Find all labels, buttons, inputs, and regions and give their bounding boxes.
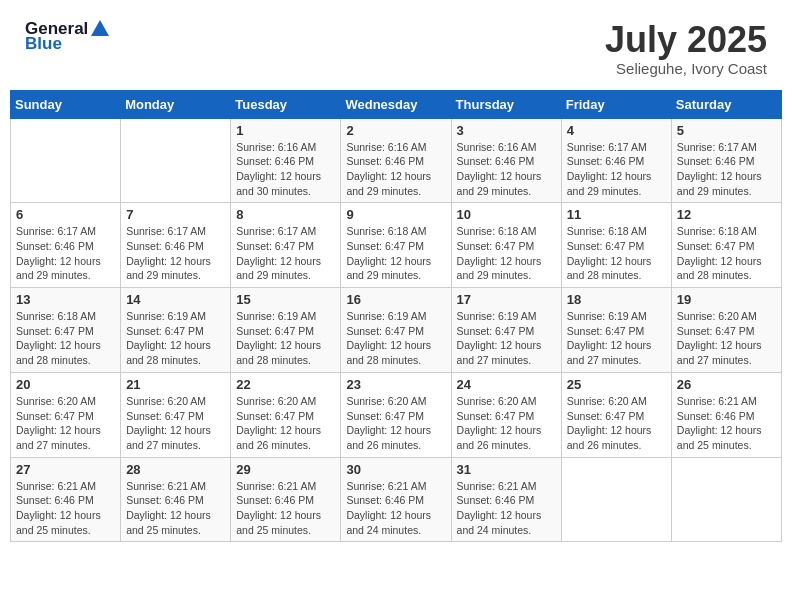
calendar-cell: 14Sunrise: 6:19 AMSunset: 6:47 PMDayligh… bbox=[121, 288, 231, 373]
calendar-cell: 30Sunrise: 6:21 AMSunset: 6:46 PMDayligh… bbox=[341, 457, 451, 542]
logo-blue-text: Blue bbox=[25, 35, 109, 52]
day-number: 6 bbox=[16, 207, 115, 222]
day-info: Sunrise: 6:17 AMSunset: 6:46 PMDaylight:… bbox=[567, 140, 666, 199]
day-number: 25 bbox=[567, 377, 666, 392]
day-number: 17 bbox=[457, 292, 556, 307]
day-number: 13 bbox=[16, 292, 115, 307]
header: General Blue July 2025 Selieguhe, Ivory … bbox=[10, 10, 782, 82]
day-info: Sunrise: 6:20 AMSunset: 6:47 PMDaylight:… bbox=[457, 394, 556, 453]
column-header-tuesday: Tuesday bbox=[231, 90, 341, 118]
day-info: Sunrise: 6:21 AMSunset: 6:46 PMDaylight:… bbox=[16, 479, 115, 538]
day-info: Sunrise: 6:20 AMSunset: 6:47 PMDaylight:… bbox=[236, 394, 335, 453]
calendar-cell: 28Sunrise: 6:21 AMSunset: 6:46 PMDayligh… bbox=[121, 457, 231, 542]
calendar-cell: 26Sunrise: 6:21 AMSunset: 6:46 PMDayligh… bbox=[671, 372, 781, 457]
day-info: Sunrise: 6:17 AMSunset: 6:47 PMDaylight:… bbox=[236, 224, 335, 283]
day-info: Sunrise: 6:20 AMSunset: 6:47 PMDaylight:… bbox=[126, 394, 225, 453]
calendar-cell: 18Sunrise: 6:19 AMSunset: 6:47 PMDayligh… bbox=[561, 288, 671, 373]
calendar-cell: 2Sunrise: 6:16 AMSunset: 6:46 PMDaylight… bbox=[341, 118, 451, 203]
day-number: 3 bbox=[457, 123, 556, 138]
calendar-cell: 21Sunrise: 6:20 AMSunset: 6:47 PMDayligh… bbox=[121, 372, 231, 457]
day-number: 10 bbox=[457, 207, 556, 222]
calendar-cell: 25Sunrise: 6:20 AMSunset: 6:47 PMDayligh… bbox=[561, 372, 671, 457]
column-header-sunday: Sunday bbox=[11, 90, 121, 118]
day-info: Sunrise: 6:19 AMSunset: 6:47 PMDaylight:… bbox=[236, 309, 335, 368]
title-area: July 2025 Selieguhe, Ivory Coast bbox=[605, 20, 767, 77]
day-number: 11 bbox=[567, 207, 666, 222]
day-info: Sunrise: 6:16 AMSunset: 6:46 PMDaylight:… bbox=[236, 140, 335, 199]
day-number: 20 bbox=[16, 377, 115, 392]
calendar-cell: 16Sunrise: 6:19 AMSunset: 6:47 PMDayligh… bbox=[341, 288, 451, 373]
column-header-saturday: Saturday bbox=[671, 90, 781, 118]
day-number: 2 bbox=[346, 123, 445, 138]
day-number: 12 bbox=[677, 207, 776, 222]
calendar-cell: 1Sunrise: 6:16 AMSunset: 6:46 PMDaylight… bbox=[231, 118, 341, 203]
day-info: Sunrise: 6:21 AMSunset: 6:46 PMDaylight:… bbox=[457, 479, 556, 538]
day-number: 30 bbox=[346, 462, 445, 477]
day-number: 22 bbox=[236, 377, 335, 392]
calendar-week-row: 20Sunrise: 6:20 AMSunset: 6:47 PMDayligh… bbox=[11, 372, 782, 457]
day-info: Sunrise: 6:19 AMSunset: 6:47 PMDaylight:… bbox=[126, 309, 225, 368]
day-number: 31 bbox=[457, 462, 556, 477]
column-header-monday: Monday bbox=[121, 90, 231, 118]
calendar-cell: 8Sunrise: 6:17 AMSunset: 6:47 PMDaylight… bbox=[231, 203, 341, 288]
day-info: Sunrise: 6:17 AMSunset: 6:46 PMDaylight:… bbox=[16, 224, 115, 283]
calendar-cell: 23Sunrise: 6:20 AMSunset: 6:47 PMDayligh… bbox=[341, 372, 451, 457]
logo: General Blue bbox=[25, 20, 109, 52]
calendar-cell: 3Sunrise: 6:16 AMSunset: 6:46 PMDaylight… bbox=[451, 118, 561, 203]
calendar-cell: 12Sunrise: 6:18 AMSunset: 6:47 PMDayligh… bbox=[671, 203, 781, 288]
day-info: Sunrise: 6:20 AMSunset: 6:47 PMDaylight:… bbox=[677, 309, 776, 368]
day-number: 21 bbox=[126, 377, 225, 392]
calendar-header-row: SundayMondayTuesdayWednesdayThursdayFrid… bbox=[11, 90, 782, 118]
calendar-cell: 11Sunrise: 6:18 AMSunset: 6:47 PMDayligh… bbox=[561, 203, 671, 288]
calendar-cell: 10Sunrise: 6:18 AMSunset: 6:47 PMDayligh… bbox=[451, 203, 561, 288]
day-info: Sunrise: 6:19 AMSunset: 6:47 PMDaylight:… bbox=[457, 309, 556, 368]
day-info: Sunrise: 6:17 AMSunset: 6:46 PMDaylight:… bbox=[677, 140, 776, 199]
day-info: Sunrise: 6:18 AMSunset: 6:47 PMDaylight:… bbox=[567, 224, 666, 283]
day-number: 7 bbox=[126, 207, 225, 222]
day-number: 5 bbox=[677, 123, 776, 138]
day-number: 16 bbox=[346, 292, 445, 307]
calendar-cell: 4Sunrise: 6:17 AMSunset: 6:46 PMDaylight… bbox=[561, 118, 671, 203]
calendar-week-row: 27Sunrise: 6:21 AMSunset: 6:46 PMDayligh… bbox=[11, 457, 782, 542]
calendar-cell bbox=[561, 457, 671, 542]
day-number: 24 bbox=[457, 377, 556, 392]
day-number: 28 bbox=[126, 462, 225, 477]
calendar-cell: 19Sunrise: 6:20 AMSunset: 6:47 PMDayligh… bbox=[671, 288, 781, 373]
calendar-cell: 9Sunrise: 6:18 AMSunset: 6:47 PMDaylight… bbox=[341, 203, 451, 288]
calendar-week-row: 6Sunrise: 6:17 AMSunset: 6:46 PMDaylight… bbox=[11, 203, 782, 288]
day-info: Sunrise: 6:21 AMSunset: 6:46 PMDaylight:… bbox=[236, 479, 335, 538]
calendar-cell: 22Sunrise: 6:20 AMSunset: 6:47 PMDayligh… bbox=[231, 372, 341, 457]
calendar-cell bbox=[11, 118, 121, 203]
day-number: 8 bbox=[236, 207, 335, 222]
day-number: 15 bbox=[236, 292, 335, 307]
day-info: Sunrise: 6:20 AMSunset: 6:47 PMDaylight:… bbox=[346, 394, 445, 453]
day-number: 14 bbox=[126, 292, 225, 307]
day-number: 23 bbox=[346, 377, 445, 392]
day-info: Sunrise: 6:19 AMSunset: 6:47 PMDaylight:… bbox=[567, 309, 666, 368]
calendar-cell: 29Sunrise: 6:21 AMSunset: 6:46 PMDayligh… bbox=[231, 457, 341, 542]
day-info: Sunrise: 6:16 AMSunset: 6:46 PMDaylight:… bbox=[457, 140, 556, 199]
calendar-cell: 31Sunrise: 6:21 AMSunset: 6:46 PMDayligh… bbox=[451, 457, 561, 542]
day-info: Sunrise: 6:18 AMSunset: 6:47 PMDaylight:… bbox=[677, 224, 776, 283]
day-info: Sunrise: 6:19 AMSunset: 6:47 PMDaylight:… bbox=[346, 309, 445, 368]
day-info: Sunrise: 6:21 AMSunset: 6:46 PMDaylight:… bbox=[677, 394, 776, 453]
column-header-friday: Friday bbox=[561, 90, 671, 118]
calendar-cell bbox=[121, 118, 231, 203]
day-number: 29 bbox=[236, 462, 335, 477]
calendar-cell: 13Sunrise: 6:18 AMSunset: 6:47 PMDayligh… bbox=[11, 288, 121, 373]
calendar-cell: 15Sunrise: 6:19 AMSunset: 6:47 PMDayligh… bbox=[231, 288, 341, 373]
day-number: 9 bbox=[346, 207, 445, 222]
calendar-cell: 17Sunrise: 6:19 AMSunset: 6:47 PMDayligh… bbox=[451, 288, 561, 373]
day-info: Sunrise: 6:16 AMSunset: 6:46 PMDaylight:… bbox=[346, 140, 445, 199]
day-number: 27 bbox=[16, 462, 115, 477]
day-info: Sunrise: 6:18 AMSunset: 6:47 PMDaylight:… bbox=[16, 309, 115, 368]
calendar-cell: 20Sunrise: 6:20 AMSunset: 6:47 PMDayligh… bbox=[11, 372, 121, 457]
calendar-cell: 24Sunrise: 6:20 AMSunset: 6:47 PMDayligh… bbox=[451, 372, 561, 457]
column-header-thursday: Thursday bbox=[451, 90, 561, 118]
calendar-table: SundayMondayTuesdayWednesdayThursdayFrid… bbox=[10, 90, 782, 543]
day-info: Sunrise: 6:20 AMSunset: 6:47 PMDaylight:… bbox=[567, 394, 666, 453]
day-number: 1 bbox=[236, 123, 335, 138]
calendar-subtitle: Selieguhe, Ivory Coast bbox=[605, 60, 767, 77]
day-number: 19 bbox=[677, 292, 776, 307]
calendar-week-row: 13Sunrise: 6:18 AMSunset: 6:47 PMDayligh… bbox=[11, 288, 782, 373]
